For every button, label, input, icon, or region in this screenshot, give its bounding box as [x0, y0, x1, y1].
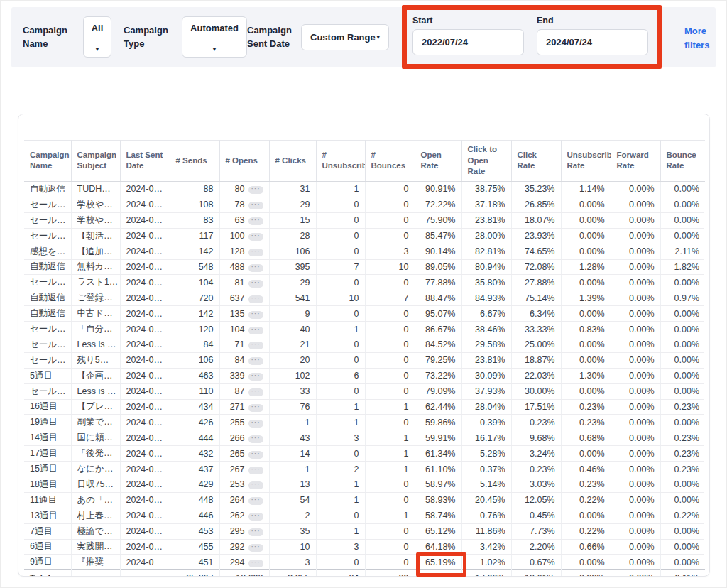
opens-ellipsis-menu-button[interactable]: ···: [248, 217, 263, 225]
sent-date-range-value: Custom Range: [310, 32, 376, 43]
cell-unsub-rate: 1.28%: [561, 259, 611, 275]
campaign-type-select[interactable]: Automated ▼: [182, 16, 247, 58]
cell-opens: 84···: [219, 352, 269, 368]
end-date-input[interactable]: [537, 29, 648, 55]
opens-ellipsis-menu-button[interactable]: ···: [248, 528, 263, 536]
opens-ellipsis-menu-button[interactable]: ···: [248, 233, 263, 241]
more-filters-link[interactable]: More filters: [684, 24, 721, 52]
cell-bounce-rate: 0.23%: [660, 430, 704, 446]
cell-unsub-rate: 0.00%: [561, 508, 611, 523]
opens-ellipsis-menu-button[interactable]: ···: [248, 388, 263, 396]
opens-ellipsis-menu-button[interactable]: ···: [248, 295, 263, 303]
cell-name: 14通目: [24, 430, 71, 446]
cell-forward-rate: 0.00%: [611, 244, 660, 259]
sent-date-range-select[interactable]: Custom Range ▼: [301, 24, 389, 50]
cell-sends: 446: [170, 508, 219, 523]
start-date-input[interactable]: [412, 29, 524, 55]
cell-name: 9通目: [24, 555, 71, 569]
cell-subject: TUDH…: [71, 182, 120, 197]
opens-ellipsis-menu-button[interactable]: ···: [248, 435, 263, 443]
opens-value: 295: [230, 526, 245, 536]
col-clicks[interactable]: # Clicks: [269, 141, 316, 182]
end-label: End: [537, 16, 648, 26]
col-unsubscribe-rate[interactable]: Unsubscribe Rate: [561, 141, 611, 182]
cell-bounce-rate: 0.23%: [660, 399, 704, 415]
col-open-rate[interactable]: Open Rate: [415, 141, 461, 182]
cell-bounce-rate: 0.00%: [660, 197, 704, 212]
cell-forward-rate: 0.00%: [611, 290, 660, 306]
cell-unsubscribes: 3: [316, 430, 365, 446]
col-last-sent-date[interactable]: Last Sent Date: [120, 141, 170, 182]
cell-forward-rate: 0.00%: [611, 415, 660, 430]
cell-subject: 【プレ…: [71, 399, 120, 415]
cell-opens: 267···: [219, 462, 269, 477]
col-forward-rate[interactable]: Forward Rate: [611, 141, 660, 182]
cell-clicks: 106: [269, 244, 316, 259]
chevron-down-icon: ▼: [212, 47, 217, 53]
cell-open-rate: 84.52%: [415, 337, 461, 352]
opens-value: 100: [230, 231, 245, 241]
cell-forward-rate: 0.00%: [611, 197, 660, 212]
cell-opens: 253···: [219, 477, 269, 492]
cell-bounce-rate: 0.00%: [660, 337, 704, 352]
cell-bounces: 0: [365, 523, 415, 539]
cell-name: セール…: [24, 337, 71, 352]
cell-clicks: 43: [269, 430, 316, 446]
cell-open-rate: 61.34%: [415, 446, 461, 462]
opens-ellipsis-menu-button[interactable]: ···: [248, 420, 263, 428]
cell-unsubscribes: 1: [316, 492, 365, 508]
col-unsubscribes[interactable]: # Unsubscribes: [316, 141, 365, 182]
opens-ellipsis-menu-button[interactable]: ···: [248, 404, 263, 412]
cell-unsubscribes: 0: [316, 228, 365, 244]
opens-ellipsis-menu-button[interactable]: ···: [248, 467, 263, 474]
cell-click-rate: 27.88%: [511, 275, 561, 290]
opens-ellipsis-menu-button[interactable]: ···: [248, 497, 263, 505]
col-sends[interactable]: # Sends: [170, 141, 219, 182]
opens-ellipsis-menu-button[interactable]: ···: [248, 357, 263, 365]
opens-ellipsis-menu-button[interactable]: ···: [248, 373, 263, 381]
opens-ellipsis-menu-button[interactable]: ···: [248, 311, 263, 319]
cell-clicks: 3: [269, 555, 316, 569]
opens-ellipsis-menu-button[interactable]: ···: [248, 513, 263, 521]
opens-ellipsis-menu-button[interactable]: ···: [248, 186, 263, 194]
cell-sends: 84: [170, 337, 219, 352]
cell-bounces: 0: [365, 415, 415, 430]
opens-ellipsis-menu-button[interactable]: ···: [248, 544, 263, 552]
col-campaign-name[interactable]: Campaign Name: [24, 141, 71, 182]
cell-open-rate: 61.10%: [415, 462, 461, 477]
header-row: Campaign Name Campaign Subject Last Sent…: [24, 141, 705, 182]
col-bounces[interactable]: # Bounces: [365, 141, 415, 182]
cell-last-sent: 2024-0…: [120, 197, 170, 212]
cell-name: 7通目: [24, 523, 71, 539]
opens-ellipsis-menu-button[interactable]: ···: [248, 560, 263, 567]
cell-subject: 国に頼…: [71, 430, 120, 446]
opens-ellipsis-menu-button[interactable]: ···: [248, 202, 263, 209]
cell-opens: 255···: [219, 415, 269, 430]
col-opens[interactable]: # Opens: [219, 141, 269, 182]
table-row: 19通目副業で…2024-0…426255···11059.86%0.39%0.…: [24, 415, 704, 430]
col-campaign-subject[interactable]: Campaign Subject: [71, 141, 120, 182]
cell-bounces: 0: [365, 368, 415, 383]
cell-subject: あの「…: [71, 492, 120, 508]
opens-ellipsis-menu-button[interactable]: ···: [248, 249, 263, 256]
cell-unsub-rate: 0.46%: [561, 462, 611, 477]
opens-ellipsis-menu-button[interactable]: ···: [248, 280, 263, 288]
cell-name: 16通目: [24, 399, 71, 415]
col-click-to-open-rate[interactable]: Click to Open Rate: [461, 141, 511, 182]
campaign-name-select[interactable]: All ▼: [83, 16, 111, 58]
opens-ellipsis-menu-button[interactable]: ···: [248, 342, 263, 349]
col-bounce-rate[interactable]: Bounce Rate: [660, 141, 705, 182]
opens-ellipsis-menu-button[interactable]: ···: [248, 264, 263, 272]
cell-unsub-rate: 0.00%: [561, 244, 611, 259]
opens-value: 104: [230, 325, 245, 334]
opens-ellipsis-menu-button[interactable]: ···: [248, 481, 263, 489]
col-click-rate[interactable]: Click Rate: [511, 141, 561, 182]
cell-last-sent: 2024-0…: [120, 290, 170, 306]
cell-bounce-rate: 0.00%: [660, 352, 704, 368]
cell-sends: 104: [170, 275, 219, 290]
opens-ellipsis-menu-button[interactable]: ···: [248, 327, 263, 334]
cell-unsub-rate: 0.23%: [561, 477, 611, 492]
cell-bounces: 1: [365, 399, 415, 415]
opens-value: 84: [235, 355, 245, 365]
opens-ellipsis-menu-button[interactable]: ···: [248, 451, 263, 459]
